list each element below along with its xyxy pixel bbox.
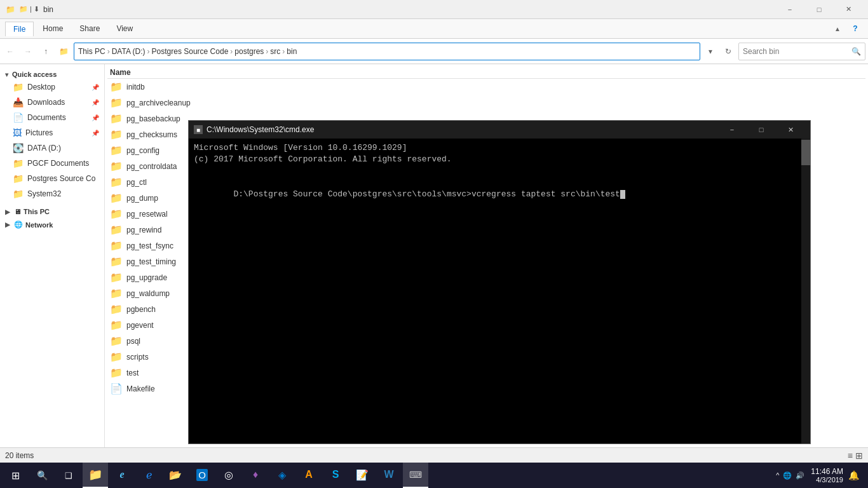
folder-icon: 📁 bbox=[110, 351, 123, 363]
tab-home[interactable]: Home bbox=[35, 22, 71, 36]
cmd-minimize-button[interactable]: − bbox=[717, 121, 747, 139]
taskbar-edge[interactable]: e bbox=[109, 463, 135, 488]
location-icon: 📁 bbox=[56, 44, 71, 59]
taskbar-word[interactable]: W bbox=[376, 463, 402, 488]
folder-icon: 📁 bbox=[110, 367, 123, 379]
refresh-button[interactable]: ↻ bbox=[721, 44, 736, 59]
path-dropdown-button[interactable]: ▾ bbox=[703, 44, 718, 59]
path-postgres-src[interactable]: Postgres Source Code bbox=[152, 47, 229, 56]
sidebar-label-postgres: Postgres Source Co bbox=[27, 174, 95, 183]
file-name: pg_ctl bbox=[126, 178, 147, 187]
sidebar-item-data-d[interactable]: 💽 DATA (D:) bbox=[0, 140, 104, 156]
start-button[interactable]: ⊞ bbox=[3, 463, 28, 488]
sidebar-item-pgcf[interactable]: 📁 PGCF Documents bbox=[0, 156, 104, 171]
taskbar-sticky[interactable]: 📝 bbox=[349, 463, 375, 488]
path-src[interactable]: src bbox=[270, 47, 280, 56]
sidebar-label-downloads: Downloads bbox=[27, 98, 65, 107]
pin-icon: 📌 bbox=[92, 114, 99, 121]
notifications-icon[interactable]: 🔔 bbox=[848, 470, 859, 480]
office-icon: A bbox=[305, 469, 313, 480]
file-name: pgevent bbox=[126, 321, 154, 330]
folder-icon: 📁 bbox=[110, 319, 123, 331]
cmd-body[interactable]: Microsoft Windows [Version 10.0.16299.10… bbox=[189, 139, 810, 444]
folder-icon: 🖼 bbox=[13, 128, 22, 138]
clock-time: 11:46 AM bbox=[811, 467, 843, 476]
tab-file[interactable]: File bbox=[5, 22, 34, 36]
file-name: psql bbox=[126, 337, 140, 346]
ribbon-chevron[interactable]: ▲ bbox=[830, 21, 845, 36]
cmd-scrollbar[interactable] bbox=[801, 139, 810, 444]
network-arrow: ▶ bbox=[5, 221, 10, 228]
network-label: Network bbox=[25, 221, 53, 229]
quick-access-arrow: ▾ bbox=[5, 71, 8, 78]
sidebar-item-system32[interactable]: 📁 System32 bbox=[0, 186, 104, 201]
show-desktop-button[interactable] bbox=[862, 463, 865, 488]
taskbar-explorer[interactable]: 📁 bbox=[83, 463, 108, 488]
folder-icon: 📁 bbox=[110, 335, 123, 347]
back-button[interactable]: ← bbox=[3, 44, 18, 59]
quick-access-header[interactable]: ▾ Quick access bbox=[0, 67, 104, 79]
ie-icon: ℯ bbox=[146, 469, 152, 481]
pc-icon: 🖥 bbox=[14, 208, 21, 215]
list-item[interactable]: 📁initdb bbox=[107, 79, 865, 95]
main-content: ▾ Quick access 📁 Desktop 📌 📥 Downloads 📌… bbox=[0, 64, 868, 447]
path-thispc[interactable]: This PC bbox=[78, 47, 105, 56]
taskbar-chrome[interactable]: ◎ bbox=[216, 463, 241, 488]
path-data[interactable]: DATA (D:) bbox=[112, 47, 146, 56]
help-button[interactable]: ? bbox=[848, 21, 863, 36]
file-name: test bbox=[126, 369, 139, 377]
folder-icon: 📁 bbox=[110, 192, 123, 204]
tray-chevron[interactable]: ^ bbox=[776, 471, 779, 479]
cmd-maximize-button[interactable]: □ bbox=[747, 121, 776, 139]
sticky-icon: 📝 bbox=[356, 469, 369, 481]
search-button[interactable]: 🔍 bbox=[29, 463, 55, 488]
folder-icon: 📁 bbox=[13, 189, 24, 199]
taskbar-office[interactable]: A bbox=[296, 463, 322, 488]
task-view-button[interactable]: ❑ bbox=[56, 463, 81, 488]
taskbar-ie[interactable]: ℯ bbox=[136, 463, 161, 488]
details-view-button[interactable]: ≡ bbox=[848, 451, 853, 461]
path-postgres[interactable]: postgres bbox=[234, 47, 264, 56]
sidebar-item-downloads[interactable]: 📥 Downloads 📌 bbox=[0, 95, 104, 110]
cmd-icon: ■ bbox=[194, 125, 203, 134]
maximize-button[interactable]: □ bbox=[804, 0, 834, 19]
title-bar: 📁 📁 | ⬇ bin − □ ✕ bbox=[0, 0, 868, 19]
sidebar-item-desktop[interactable]: 📁 Desktop 📌 bbox=[0, 79, 104, 95]
address-path[interactable]: This PC › DATA (D:) › Postgres Source Co… bbox=[74, 43, 700, 60]
list-item[interactable]: 📁pg_archivecleanup bbox=[107, 95, 865, 111]
network-header[interactable]: ▶ 🌐 Network bbox=[0, 217, 104, 230]
path-bin[interactable]: bin bbox=[287, 47, 297, 56]
vscode-icon: ◈ bbox=[278, 469, 286, 481]
this-pc-header[interactable]: ▶ 🖥 This PC bbox=[0, 204, 104, 217]
cmd-controls: − □ ✕ bbox=[717, 121, 805, 139]
tab-view[interactable]: View bbox=[109, 22, 140, 36]
pin-icon: 📌 bbox=[92, 84, 99, 91]
tab-share[interactable]: Share bbox=[72, 22, 107, 36]
sidebar-item-documents[interactable]: 📄 Documents 📌 bbox=[0, 110, 104, 125]
file-icon: 📄 bbox=[110, 383, 123, 395]
taskbar-skype[interactable]: S bbox=[323, 463, 348, 488]
folder-icon: 📁 bbox=[13, 173, 24, 184]
minimize-button[interactable]: − bbox=[775, 0, 804, 19]
clock[interactable]: 11:46 AM 4/3/2019 bbox=[811, 467, 843, 484]
sidebar-item-postgres-source[interactable]: 📁 Postgres Source Co bbox=[0, 171, 104, 186]
search-input[interactable] bbox=[743, 47, 849, 56]
taskbar-filemgr[interactable]: 📂 bbox=[163, 463, 188, 488]
taskbar-outlook[interactable]: O bbox=[189, 463, 215, 488]
taskbar-vscode[interactable]: ◈ bbox=[269, 463, 295, 488]
up-button[interactable]: ↑ bbox=[38, 44, 53, 59]
close-button[interactable]: ✕ bbox=[834, 0, 863, 19]
cmd-prompt-text: D:\Postgres Source Code\postgres\src\too… bbox=[233, 189, 620, 199]
cmd-window: ■ C:\Windows\System32\cmd.exe − □ ✕ Micr… bbox=[188, 120, 811, 444]
file-name: pg_dump bbox=[126, 194, 158, 203]
file-name: Makefile bbox=[126, 384, 155, 393]
forward-button[interactable]: → bbox=[20, 44, 36, 59]
clock-date: 4/3/2019 bbox=[811, 476, 843, 484]
taskbar-vs[interactable]: ♦ bbox=[243, 463, 268, 488]
large-icons-view-button[interactable]: ⊞ bbox=[855, 451, 863, 461]
cmd-close-button[interactable]: ✕ bbox=[776, 121, 805, 139]
taskbar-cmd[interactable]: ⌨ bbox=[403, 463, 428, 488]
sidebar-item-pictures[interactable]: 🖼 Pictures 📌 bbox=[0, 125, 104, 140]
search-box[interactable]: 🔍 bbox=[738, 43, 865, 60]
sidebar-label-pictures: Pictures bbox=[25, 128, 53, 137]
